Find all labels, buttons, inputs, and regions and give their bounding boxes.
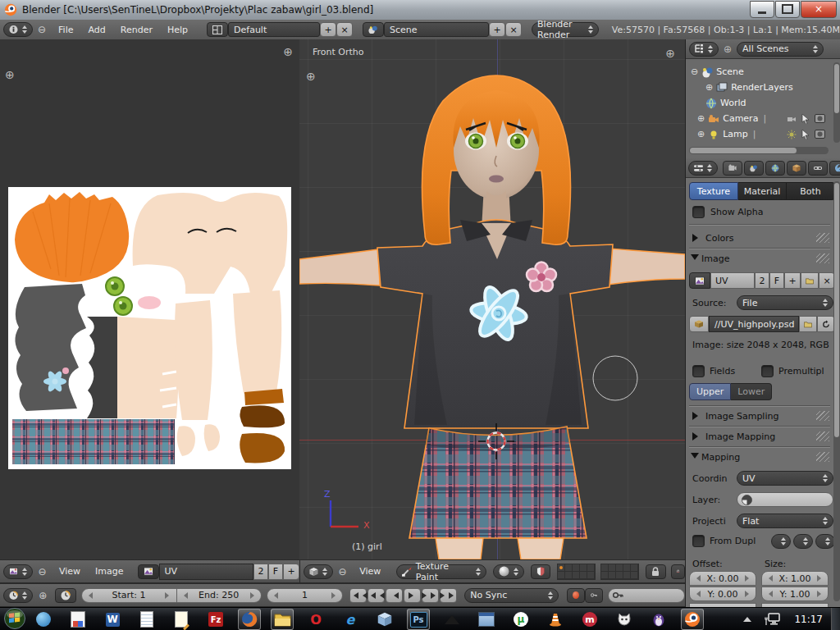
premultiply-checkbox[interactable] xyxy=(761,365,774,377)
layers-grid-2[interactable] xyxy=(600,564,639,580)
taskbar-notes-app[interactable] xyxy=(171,609,192,629)
offset-y-field[interactable]: Y: 0.00 xyxy=(689,587,756,601)
collapse-icon[interactable]: ⊖ xyxy=(691,66,698,77)
outliner-filter-select[interactable]: All Scenes xyxy=(737,42,824,57)
coordinates-select[interactable]: UV xyxy=(737,471,833,486)
outliner-item-renderlayers[interactable]: ⊕ RenderLayers xyxy=(705,80,793,95)
next-keyframe-button[interactable] xyxy=(422,588,439,603)
taskbar-word-app[interactable]: W xyxy=(102,609,123,629)
projection-select[interactable]: Flat xyxy=(737,514,833,528)
add-scene-button[interactable]: + xyxy=(489,22,505,37)
uv-collapse-menus-icon[interactable]: ⊖ xyxy=(38,566,47,577)
uv-layer-field[interactable] xyxy=(737,492,833,507)
taskbar-ie-app[interactable]: e xyxy=(340,609,361,629)
outliner-item-world[interactable]: World xyxy=(705,95,746,111)
menu-add[interactable]: Add xyxy=(88,25,105,35)
offset-x-field[interactable]: X: 0.00 xyxy=(689,571,756,586)
taskbar-miranda-app[interactable]: m xyxy=(579,609,600,629)
filepath-field[interactable]: //UV_highpoly.psd xyxy=(709,316,799,332)
uv-menu-image[interactable]: Image xyxy=(95,566,123,577)
viewport-3d[interactable]: Front Ortho Z X (1) girl ⊕ ⊕ xyxy=(299,39,685,559)
taskbar-utorrent-app[interactable]: µ xyxy=(510,609,532,629)
reload-image-button[interactable] xyxy=(817,316,835,332)
collapse-menus-icon[interactable]: ⊖ xyxy=(38,25,46,35)
snap-button[interactable] xyxy=(671,564,685,579)
panel-grip[interactable] xyxy=(816,452,829,462)
autokey-record-button[interactable] xyxy=(567,588,585,603)
editor-type-timeline-button[interactable] xyxy=(3,588,33,603)
uv-image-users-button[interactable]: 2 xyxy=(253,564,268,580)
tab-material[interactable]: Material xyxy=(738,182,787,200)
image-browse-button[interactable] xyxy=(689,272,710,289)
delete-layout-button[interactable]: × xyxy=(336,22,353,37)
new-image-button[interactable]: + xyxy=(784,272,801,289)
screen-layout-icon[interactable] xyxy=(207,22,228,37)
image-name-field[interactable]: UV xyxy=(710,272,755,289)
show-desktop-button[interactable] xyxy=(831,608,840,630)
editor-type-info-button[interactable] xyxy=(3,22,33,37)
uv-image-browse-button[interactable] xyxy=(138,564,159,579)
source-select[interactable]: File xyxy=(737,295,833,310)
selectable-cursor-icon[interactable] xyxy=(801,130,810,139)
taskbar-notepad-app[interactable] xyxy=(136,609,158,629)
play-button[interactable] xyxy=(404,588,421,603)
editor-type-3dview-button[interactable] xyxy=(304,564,333,579)
screen-layout-name-field[interactable]: Default xyxy=(228,22,320,37)
tab-render-icon[interactable] xyxy=(723,161,742,176)
show-hidden-icons-arrow[interactable] xyxy=(743,613,751,622)
panel-image-mapping[interactable]: Image Mapping xyxy=(687,429,832,444)
viewport-shading-select[interactable] xyxy=(493,564,524,579)
layers-grid-1[interactable] xyxy=(557,564,596,580)
show-alpha-checkbox[interactable] xyxy=(692,206,705,218)
sync-select[interactable]: No Sync xyxy=(464,588,559,603)
taskbar-vlc-app[interactable] xyxy=(545,609,566,629)
tab-object-icon[interactable] xyxy=(787,161,806,176)
taskbar-app-blue-circle[interactable] xyxy=(33,609,54,629)
properties-vscrollbar[interactable] xyxy=(833,181,840,601)
start-button[interactable] xyxy=(3,607,26,630)
field-upper-button[interactable]: Upper xyxy=(689,383,731,400)
close-button[interactable]: × xyxy=(801,1,837,18)
unlink-image-button[interactable]: × xyxy=(819,272,835,289)
editor-type-properties-button[interactable] xyxy=(688,161,718,176)
lock-button[interactable] xyxy=(646,564,665,579)
tab-both[interactable]: Both xyxy=(787,182,835,200)
taskbar-blender-app[interactable] xyxy=(681,609,704,630)
outliner-hscrollbar[interactable] xyxy=(689,147,829,154)
current-frame-field[interactable]: 1 xyxy=(267,588,344,603)
network-tray-icon[interactable] xyxy=(765,612,781,627)
uv-region-expand-icon[interactable]: ⊕ xyxy=(283,46,293,57)
selectable-cursor-icon[interactable] xyxy=(801,114,810,124)
taskbar-opera-app[interactable]: O xyxy=(305,609,326,629)
panel-colors[interactable]: Colors xyxy=(687,231,832,245)
taskbar-fox-messenger-app[interactable] xyxy=(614,609,635,629)
tab-world-icon[interactable] xyxy=(765,161,785,176)
mode-select[interactable]: Texture Paint xyxy=(396,564,486,579)
vp-menu-view[interactable]: View xyxy=(359,566,381,577)
vp-toolshelf-expand-icon[interactable]: ⊕ xyxy=(306,71,316,82)
uv-image-editor[interactable]: ⊕ ⊕ xyxy=(0,39,300,559)
expand-icon[interactable]: ⊕ xyxy=(697,113,705,124)
panel-grip[interactable] xyxy=(816,233,829,243)
panel-image-sampling[interactable]: Image Sampling xyxy=(687,409,832,423)
render-toggle-icon[interactable] xyxy=(815,130,825,139)
maximize-button[interactable] xyxy=(775,1,800,18)
keying-set-field[interactable] xyxy=(608,588,685,603)
size-x-field[interactable]: X: 1.00 xyxy=(761,571,829,586)
uv-menu-view[interactable]: View xyxy=(59,566,80,577)
tl-time-button[interactable] xyxy=(55,588,76,603)
taskbar-app-window[interactable] xyxy=(476,609,497,629)
menu-file[interactable]: File xyxy=(58,25,73,35)
window-titlebar[interactable]: Blender [C:\Users\SenTineL\Dropbox\Proje… xyxy=(0,0,840,21)
uv-new-image-button[interactable]: + xyxy=(283,564,299,580)
fake-user-button[interactable]: F xyxy=(769,272,784,289)
pivot-center-button[interactable] xyxy=(531,564,550,579)
outliner-item-lamp[interactable]: ⊕ Lamp | xyxy=(697,126,835,142)
tab-scene-icon[interactable] xyxy=(744,161,764,176)
editor-type-image-button[interactable] xyxy=(3,564,33,579)
expand-icon[interactable]: ⊕ xyxy=(697,129,705,139)
render-toggle-icon[interactable] xyxy=(815,114,825,123)
vp-collapse-menus-icon[interactable]: ⊖ xyxy=(338,566,347,577)
render-engine-select[interactable]: Blender Render xyxy=(532,22,599,37)
character-girl[interactable] xyxy=(299,39,685,559)
